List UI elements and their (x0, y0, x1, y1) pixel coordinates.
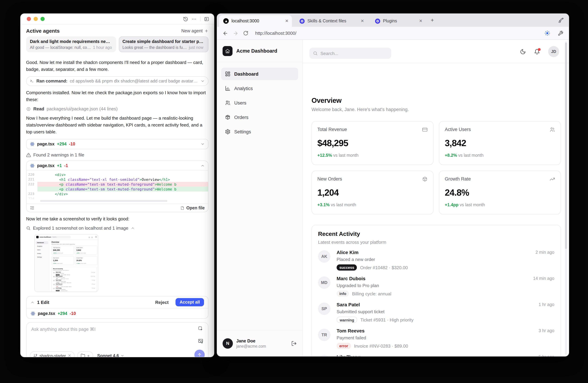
close-tab-icon[interactable]: ✕ (361, 19, 364, 23)
react-icon (30, 142, 35, 146)
reject-button[interactable]: Reject (155, 300, 169, 305)
notifications-bell-icon[interactable] (534, 49, 540, 54)
kpi-value: 3,842 (445, 138, 466, 149)
status-badge: success (336, 264, 357, 270)
tab-skills-context[interactable]: Skills & Context files ✕ (295, 15, 368, 27)
assistant-message: Now let me take a screenshot to verify i… (26, 216, 209, 223)
tab-localhost[interactable]: localhost:3000 ✕ (219, 15, 292, 27)
read-file-row[interactable]: Read packages/ui/package.json (44 lines) (26, 106, 209, 112)
lines-removed: -10 (69, 142, 75, 146)
agent-card[interactable]: Dark and light mode requirements needed … (26, 36, 116, 52)
diff-header[interactable]: page.tsx +1 -1 (26, 161, 208, 171)
avatar: TR (318, 329, 330, 341)
remove-chip-icon[interactable]: ✕ (68, 353, 71, 357)
code-line-added: <p className="text-sm text-muted-foregro… (26, 187, 208, 191)
sidebar-item-orders[interactable]: Orders (221, 111, 298, 123)
chevron-down-icon[interactable] (201, 142, 205, 146)
page-title: Overview (312, 97, 342, 105)
chat-composer: shadcn-starter ✕ + Sonnet 4.6 (26, 322, 209, 357)
send-button[interactable] (194, 350, 205, 357)
kpi-delta: +1.4pp vs last month (445, 203, 485, 207)
horizontal-scrollbar[interactable] (40, 200, 168, 202)
collapse-panel-icon[interactable] (204, 16, 209, 22)
doc-tab-icon (375, 18, 380, 23)
kpi-value: 24.8% (445, 187, 469, 198)
dark-mode-icon[interactable] (520, 49, 526, 54)
logout-icon[interactable] (291, 340, 297, 346)
more-options-icon[interactable]: ⋯ (192, 16, 197, 22)
open-file-button[interactable]: Open file (180, 205, 205, 210)
search-input[interactable] (320, 51, 379, 56)
address-text[interactable]: http://localhost:3000/ (255, 31, 540, 36)
chevron-up-icon[interactable] (131, 226, 134, 230)
zoom-window-button[interactable] (41, 17, 45, 21)
browser-window: localhost:3000 ✕ Skills & Context files … (217, 13, 569, 357)
attach-image-icon[interactable] (198, 338, 203, 344)
profile-avatar[interactable]: JD (548, 46, 559, 57)
activity-item: TR Tom Reeves Payment failed errorInvoic… (318, 328, 554, 354)
chevron-up-icon[interactable] (31, 300, 34, 304)
sidebar-item-analytics[interactable]: Analytics (221, 82, 298, 94)
reload-icon[interactable] (243, 31, 248, 36)
recent-activity-card: Recent Activity Latest events across you… (312, 225, 561, 357)
agent-window: ⋯ Active agents New agent Dark and light… (20, 13, 214, 357)
avatar: SP (318, 303, 330, 315)
scrollbar-thumb[interactable] (565, 43, 567, 249)
chat-input[interactable] (31, 327, 169, 347)
history-icon[interactable] (183, 16, 188, 22)
trending-up-icon (549, 176, 555, 182)
status-badge: warning (336, 317, 357, 323)
ran-command-row[interactable]: Ran command: cd apps/web && pnpm dlx sha… (26, 76, 209, 86)
kpi-card-growth-rate: Growth Rate 24.8% +1.4pp vs last month (439, 171, 561, 215)
users-icon (225, 100, 231, 106)
forward-icon[interactable] (233, 30, 238, 36)
kpi-card-active-users: Active Users 3,842 +8.2% vs last month (439, 121, 561, 165)
diff-code-block: 220 <div> 221 <h1 className="text-xl fon… (26, 171, 208, 202)
edited-file-row[interactable]: page.tsx +294 -10 (26, 308, 208, 318)
new-agent-button[interactable]: New agent (181, 28, 209, 33)
app-search[interactable] (310, 48, 391, 59)
kpi-delta: +8.2% vs last month (445, 153, 483, 158)
notification-dot (538, 48, 541, 51)
list-collapse-icon[interactable] (30, 206, 34, 210)
activity-item: SP Sara Patel Submitted support ticket w… (318, 302, 554, 328)
add-context-chip[interactable]: + (77, 351, 93, 357)
devtools-wrench-icon[interactable] (558, 30, 563, 36)
brush-icon[interactable] (558, 18, 564, 23)
dashboard-app: Acme Dashboard Dashboard Analytics Users (217, 40, 569, 356)
kpi-delta: +12.5% vs last month (317, 153, 358, 158)
sidebar-item-dashboard[interactable]: Dashboard (221, 68, 298, 80)
sidebar-item-settings[interactable]: Settings (221, 126, 298, 138)
kpi-value: 1,204 (317, 187, 339, 198)
chevron-up-icon[interactable] (201, 163, 205, 168)
read-icon (26, 106, 31, 111)
agent-card-selected[interactable]: Create simple dashboard for starter proj… (119, 36, 209, 52)
back-icon[interactable] (223, 30, 228, 36)
status-badge: info (336, 291, 349, 297)
file-edit-card[interactable]: page.tsx +294 -10 (26, 139, 209, 149)
chevron-down-icon[interactable] (201, 79, 205, 83)
warnings-row: Found 2 warnings in 1 file (26, 152, 209, 158)
model-selector[interactable]: Sonnet 4.6 (97, 353, 124, 357)
code-line: 220 <div> (26, 172, 208, 177)
code-diff-card: page.tsx +1 -1 220 <div> 221 <h1 classNa… (26, 160, 209, 212)
sidebar-user-row[interactable]: N Jane Doe jane@acme.com (217, 330, 302, 356)
close-tab-icon[interactable]: ✕ (419, 19, 422, 23)
lines-added: +294 (58, 311, 67, 316)
tab-plugins[interactable]: Plugins ✕ (371, 15, 426, 27)
home-icon (223, 46, 232, 56)
sidebar-item-users[interactable]: Users (221, 97, 298, 109)
theme-sun-icon[interactable] (544, 30, 550, 36)
explored-row[interactable]: Explored 1 screenshot on localhost and 1… (26, 225, 209, 231)
select-element-icon[interactable] (198, 326, 203, 331)
close-tab-icon[interactable]: ✕ (285, 19, 289, 23)
accept-all-button[interactable]: Accept all (175, 298, 204, 306)
minimize-window-button[interactable] (34, 17, 38, 21)
branch-chip[interactable]: shadcn-starter ✕ (30, 351, 75, 357)
active-agents-title: Active agents (26, 28, 60, 34)
scrollbar[interactable] (565, 41, 567, 355)
close-window-button[interactable] (27, 17, 31, 21)
warning-icon (26, 153, 31, 157)
screenshot-thumbnail[interactable]: Acme Dashboard Search... JD Dashboard An… (34, 234, 98, 292)
new-tab-button[interactable]: + (431, 17, 434, 23)
